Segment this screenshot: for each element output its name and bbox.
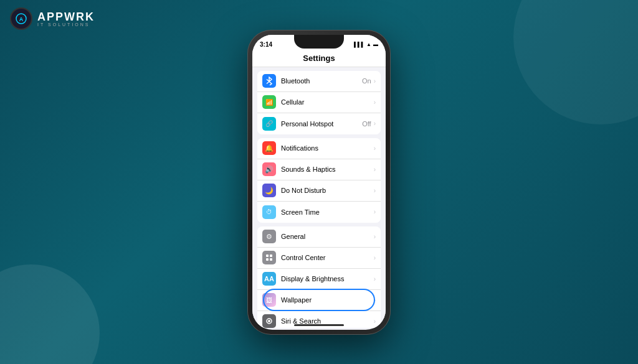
settings-item-cellular[interactable]: 📶 Cellular › [257, 92, 381, 113]
bluetooth-label: Bluetooth [281, 77, 362, 85]
settings-item-sounds[interactable]: 🔊 Sounds & Haptics › [257, 159, 381, 180]
logo-text: APPWRK IT SOLUTIONS [37, 11, 95, 27]
bg-decoration-left [0, 264, 100, 364]
battery-icon: ▬ [373, 42, 378, 47]
siri-icon [262, 314, 276, 328]
general-icon: ⚙ [262, 230, 276, 243]
settings-item-wallpaper[interactable]: 🖼 Wallpaper › [257, 290, 381, 311]
phone-outer: 3:14 ▌▌▌ ▲ ▬ Settings [247, 30, 391, 335]
wifi-icon: ▲ [366, 42, 371, 47]
screen-time-chevron: › [374, 208, 376, 215]
bluetooth-icon [262, 74, 276, 88]
sounds-label: Sounds & Haptics [281, 166, 374, 173]
logo-icon: A [10, 7, 32, 30]
cellular-icon: 📶 [262, 95, 276, 109]
bg-decoration-right [513, 0, 638, 124]
cellular-chevron: › [374, 99, 376, 106]
logo-name: APPWRK [37, 11, 95, 22]
sounds-icon: 🔊 [262, 162, 276, 176]
home-indicator [294, 324, 344, 326]
svg-rect-4 [266, 258, 269, 261]
logo-subtitle: IT SOLUTIONS [37, 22, 95, 27]
settings-item-screen-time[interactable]: ⏱ Screen Time › [257, 202, 381, 223]
settings-item-display[interactable]: AA Display & Brightness › [257, 269, 381, 290]
phone-screen: 3:14 ▌▌▌ ▲ ▬ Settings [252, 35, 386, 330]
settings-item-bluetooth[interactable]: Bluetooth On › [257, 71, 381, 92]
settings-item-notifications[interactable]: 🔔 Notifications › [257, 138, 381, 159]
control-center-icon [262, 251, 276, 264]
hotspot-label: Personal Hotspot [281, 120, 362, 128]
settings-item-dnd[interactable]: 🌙 Do Not Disturb › [257, 180, 381, 202]
cellular-label: Cellular [281, 98, 371, 106]
wallpaper-chevron: › [374, 297, 376, 304]
phone-mockup: 3:14 ▌▌▌ ▲ ▬ Settings [247, 30, 391, 335]
settings-title: Settings [303, 54, 335, 63]
status-icons: ▌▌▌ ▲ ▬ [354, 42, 378, 47]
svg-text:A: A [19, 16, 24, 22]
settings-item-hotspot[interactable]: 🔗 Personal Hotspot Off › [257, 113, 381, 134]
general-chevron: › [374, 233, 376, 240]
notifications-label: Notifications [281, 144, 374, 152]
general-label: General [281, 233, 374, 240]
dnd-chevron: › [374, 187, 376, 194]
display-chevron: › [374, 276, 376, 282]
settings-item-control-center[interactable]: Control Center › [257, 248, 381, 269]
settings-group-general: ⚙ General › [257, 226, 381, 328]
svg-point-7 [268, 320, 270, 322]
notifications-chevron: › [374, 145, 376, 152]
wallpaper-label: Wallpaper [281, 296, 374, 304]
screen-time-label: Screen Time [281, 208, 374, 216]
settings-header: Settings [252, 52, 386, 67]
display-icon: AA [262, 272, 276, 286]
settings-group-system: 🔔 Notifications › 🔊 Sounds & Haptics › [257, 138, 381, 223]
bluetooth-chevron: › [374, 78, 376, 85]
hotspot-chevron: › [374, 120, 376, 127]
control-center-label: Control Center [281, 254, 374, 261]
signal-icon: ▌▌▌ [354, 42, 364, 47]
hotspot-value: Off [362, 120, 371, 128]
svg-rect-3 [270, 254, 272, 257]
logo: A APPWRK IT SOLUTIONS [10, 7, 95, 30]
settings-group-connectivity: Bluetooth On › 📶 Cellular › [257, 71, 381, 134]
siri-chevron: › [374, 318, 376, 325]
svg-rect-5 [270, 258, 272, 261]
notifications-icon: 🔔 [262, 141, 276, 155]
hotspot-icon: 🔗 [262, 117, 276, 131]
settings-content[interactable]: Bluetooth On › 📶 Cellular › [252, 67, 386, 328]
settings-item-general[interactable]: ⚙ General › [257, 226, 381, 248]
control-center-chevron: › [374, 254, 376, 261]
phone-notch [294, 35, 344, 49]
wallpaper-icon: 🖼 [262, 293, 276, 307]
bluetooth-value: On [362, 77, 371, 85]
screen-time-icon: ⏱ [262, 205, 276, 219]
sounds-chevron: › [374, 166, 376, 173]
dnd-label: Do Not Disturb [281, 187, 374, 194]
svg-rect-2 [266, 254, 269, 257]
dnd-icon: 🌙 [262, 184, 276, 197]
status-time: 3:14 [260, 41, 272, 48]
display-label: Display & Brightness [281, 275, 374, 282]
